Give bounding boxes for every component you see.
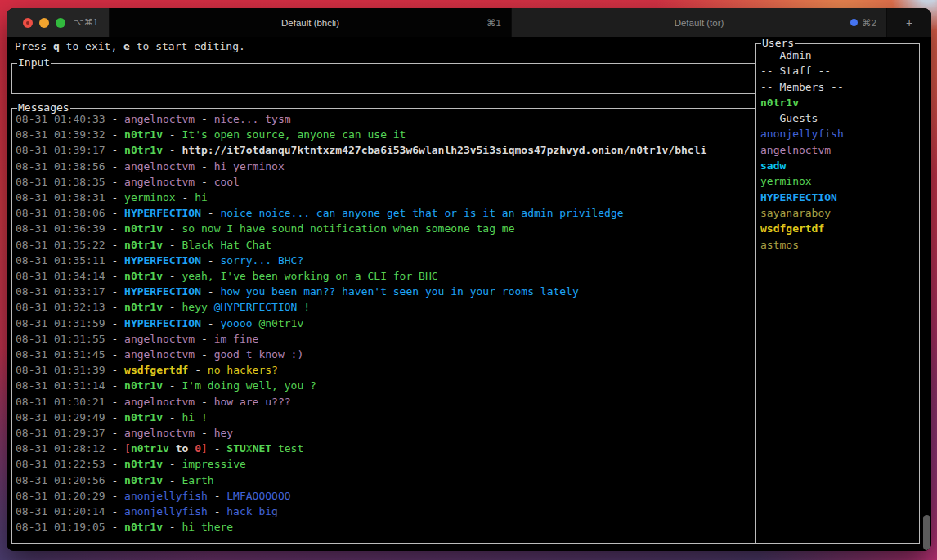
text-segment: -	[105, 222, 124, 235]
text-segment: -	[195, 160, 213, 172]
text-segment: anonjellyfish	[760, 128, 844, 140]
text-segment: 08-31 01:29:37	[16, 427, 105, 439]
text-segment: !	[297, 301, 310, 313]
text-segment: -	[105, 191, 124, 204]
message-row: 08-31 01:38:56 - angelnoctvm - hi yermin…	[16, 159, 754, 174]
text-segment: -	[105, 458, 124, 470]
text-segment: hey	[214, 427, 233, 439]
text-segment: -	[105, 128, 124, 141]
minimize-button[interactable]	[39, 18, 49, 28]
text-segment: angelnoctvm	[124, 396, 195, 408]
text-segment: 08-31 01:30:21	[16, 396, 105, 408]
text-segment: hi	[195, 191, 208, 204]
text-segment: -	[105, 490, 124, 502]
text-segment: @HYPERFECTION	[214, 301, 298, 313]
tab-shortcut-label: ⌘2	[862, 17, 876, 29]
text-segment: 08-31 01:33:17	[16, 285, 105, 298]
user-list-item: anonjellyfish	[760, 126, 917, 141]
message-row: 08-31 01:20:56 - n0tr1v - Earth	[16, 473, 754, 488]
text-segment: 08-31 01:38:06	[16, 207, 105, 219]
text-segment: -	[195, 427, 213, 439]
text-segment: Earth	[182, 474, 214, 486]
message-row: 08-31 01:29:37 - angelnoctvm - hey	[16, 425, 754, 441]
window-controls: ⌥⌘1	[7, 8, 110, 37]
text-segment: -	[163, 458, 182, 470]
status-line: Press q to exit, e to start editing.	[15, 40, 245, 52]
text-segment: impressive	[182, 458, 246, 470]
text-segment: [	[124, 442, 131, 455]
text-segment: cool	[214, 176, 240, 188]
text-segment: heyy	[182, 301, 214, 313]
text-segment: no hackers?	[208, 364, 278, 376]
text-segment: STU	[226, 442, 245, 455]
text-segment: -	[105, 317, 124, 329]
text-segment: ]	[201, 442, 208, 455]
activity-indicator-dot	[850, 19, 858, 26]
text-segment: -	[163, 222, 182, 235]
user-list-item: n0tr1v	[760, 95, 917, 110]
text-segment: -	[105, 160, 124, 172]
text-segment: yerminox	[124, 191, 176, 204]
input-panel[interactable]: Input	[11, 63, 756, 94]
user-list-item: -- Staff --	[760, 63, 917, 78]
user-list-item: wsdfgertdf	[760, 221, 917, 236]
text-segment: -	[176, 191, 195, 204]
text-segment: -	[105, 176, 124, 188]
text-segment: -	[201, 207, 220, 219]
message-row: 08-31 01:38:06 - HYPERFECTION - noice no…	[16, 205, 754, 221]
text-segment: 08-31 01:31:59	[16, 317, 105, 329]
text-segment: 08-31 01:34:14	[16, 270, 105, 282]
text-segment: HYPERFECTION	[124, 285, 201, 298]
message-row: 08-31 01:28:12 - [n0tr1v to 0] - STUXNET…	[16, 441, 754, 456]
text-segment: -	[163, 144, 182, 156]
zoom-button[interactable]	[56, 18, 65, 28]
text-segment: sayanaraboy	[760, 207, 831, 219]
message-row: 08-31 01:35:11 - HYPERFECTION - sorry...…	[16, 253, 754, 268]
tab-label: Default (tor)	[675, 18, 724, 28]
text-segment: 08-31 01:20:56	[16, 474, 105, 486]
text-segment: -	[105, 521, 124, 533]
message-row: 08-31 01:35:22 - n0tr1v - Black Hat Chat	[16, 237, 754, 253]
user-list-item: -- Admin --	[760, 47, 917, 63]
user-list-item: sayanaraboy	[760, 205, 917, 221]
text-segment: 08-31 01:32:13	[16, 301, 105, 313]
text-segment: 08-31 01:40:33	[16, 113, 105, 125]
new-tab-button[interactable]: +	[887, 8, 931, 37]
text-segment: n0tr1v	[124, 222, 163, 235]
text-segment: -	[208, 490, 226, 502]
text-segment: -	[201, 254, 220, 267]
text-segment: X	[246, 442, 253, 455]
text-segment: n0tr1v	[124, 144, 163, 156]
text-segment: It's open source, anyone can use it	[182, 128, 406, 141]
text-segment: 08-31 01:31:14	[16, 379, 105, 392]
text-segment: -	[163, 239, 182, 251]
text-segment: -	[163, 128, 182, 141]
text-segment: -	[163, 270, 182, 282]
text-segment: http://it7otdanqu7ktntxzm427cba6i53w6wla…	[182, 144, 707, 156]
text-segment: yeah, I've been working on a CLI for BHC	[182, 270, 438, 282]
text-segment: -	[105, 442, 124, 455]
text-segment: n0tr1v	[124, 301, 163, 313]
message-row: 08-31 01:38:31 - yerminox - hi	[16, 190, 754, 205]
text-segment: NET	[253, 442, 271, 455]
text-segment: -	[105, 427, 124, 439]
text-segment: hack big	[226, 505, 278, 517]
close-button[interactable]	[23, 18, 33, 28]
scrollbar-thumb[interactable]	[923, 515, 930, 550]
message-row: 08-31 01:29:49 - n0tr1v - hi !	[16, 410, 754, 425]
text-segment: 0	[195, 442, 201, 455]
text-segment: astmos	[760, 239, 799, 251]
tab-default-tor[interactable]: Default (tor) ⌘2	[511, 8, 887, 37]
text-segment: -	[105, 411, 124, 423]
text-segment: 08-31 01:31:55	[16, 333, 105, 345]
text-segment: q	[53, 40, 60, 52]
message-row: 08-31 01:30:21 - angelnoctvm - how are u…	[16, 394, 754, 410]
text-segment: 08-31 01:31:39	[16, 364, 105, 376]
message-row: 08-31 01:38:35 - angelnoctvm - cool	[16, 174, 754, 190]
user-list: -- Admin ---- Staff ---- Members --n0tr1…	[760, 47, 917, 253]
tab-default-bhcli[interactable]: Default (bhcli) ⌘1	[110, 8, 511, 37]
text-segment: 08-31 01:39:17	[16, 144, 105, 156]
text-segment: wsdfgertdf	[760, 222, 824, 235]
message-row: 08-31 01:31:39 - wsdfgertdf - no hackers…	[16, 362, 754, 378]
text-segment: angelnoctvm	[124, 160, 195, 172]
